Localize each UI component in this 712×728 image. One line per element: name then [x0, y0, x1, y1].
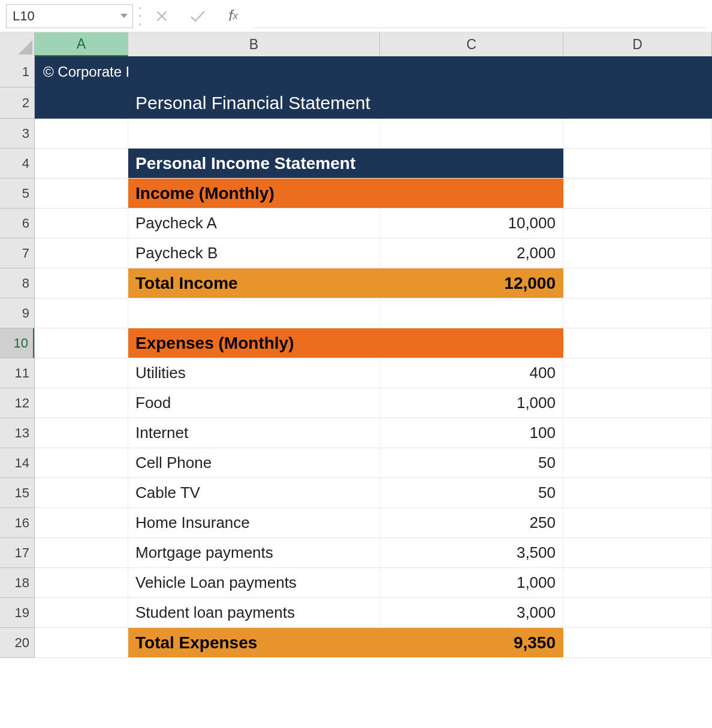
cell-D6[interactable] — [563, 209, 712, 238]
cell-C10[interactable] — [380, 328, 563, 358]
row-header-4[interactable]: 4 — [0, 149, 34, 179]
cell-D17[interactable] — [563, 538, 712, 567]
cell-A10[interactable] — [35, 328, 128, 358]
cell-B11[interactable]: Utilities — [128, 358, 380, 388]
cell-A6[interactable] — [35, 209, 128, 238]
cell-D18[interactable] — [563, 568, 712, 597]
row-header-10[interactable]: 10 — [0, 328, 34, 358]
cell-C19[interactable]: 3,000 — [380, 598, 563, 627]
cell-B8[interactable]: Total Income — [128, 268, 380, 298]
cell-C1[interactable] — [380, 56, 563, 87]
cancel-button[interactable] — [146, 4, 177, 28]
select-all-corner[interactable] — [0, 32, 35, 56]
col-header-A[interactable]: A — [35, 32, 128, 56]
cell-D3[interactable] — [563, 119, 712, 148]
cell-D15[interactable] — [563, 478, 712, 508]
cell-D12[interactable] — [563, 388, 712, 418]
row-header-8[interactable]: 8 — [0, 268, 34, 298]
cell-D9[interactable] — [563, 298, 712, 328]
cell-B13[interactable]: Internet — [128, 418, 380, 448]
row-header-6[interactable]: 6 — [0, 209, 34, 238]
row-header-18[interactable]: 18 — [0, 568, 34, 598]
cell-A20[interactable] — [35, 628, 128, 657]
cell-A11[interactable] — [35, 358, 128, 388]
cell-C8[interactable]: 12,000 — [380, 268, 563, 298]
row-header-3[interactable]: 3 — [0, 119, 34, 149]
cell-A1[interactable]: © Corporate Finance Institute®. All righ… — [35, 56, 128, 87]
name-box[interactable]: L10 — [6, 4, 133, 28]
cell-B14[interactable]: Cell Phone — [128, 448, 380, 478]
cell-C3[interactable] — [380, 119, 563, 148]
cell-D7[interactable] — [563, 238, 712, 268]
cell-A9[interactable] — [35, 298, 128, 328]
cell-B19[interactable]: Student loan payments — [128, 598, 380, 627]
cell-C12[interactable]: 1,000 — [380, 388, 563, 418]
col-header-D[interactable]: D — [563, 32, 712, 56]
enter-button[interactable] — [182, 4, 213, 28]
cell-C13[interactable]: 100 — [380, 418, 563, 448]
cell-D10[interactable] — [563, 328, 712, 358]
row-header-16[interactable]: 16 — [0, 508, 34, 538]
cell-A18[interactable] — [35, 568, 128, 597]
cell-B6[interactable]: Paycheck A — [128, 209, 380, 238]
row-header-20[interactable]: 20 — [0, 628, 34, 658]
row-header-1[interactable]: 1 — [0, 56, 34, 87]
cell-B1[interactable] — [128, 56, 380, 87]
cell-B18[interactable]: Vehicle Loan payments — [128, 568, 380, 597]
cell-A3[interactable] — [35, 119, 128, 148]
cell-B20[interactable]: Total Expenses — [128, 628, 380, 657]
cell-B16[interactable]: Home Insurance — [128, 508, 380, 537]
col-header-C[interactable]: C — [380, 32, 563, 56]
cell-A4[interactable] — [35, 149, 128, 178]
formula-input[interactable] — [253, 4, 706, 28]
cell-C4[interactable] — [380, 149, 563, 178]
cell-B17[interactable]: Mortgage payments — [128, 538, 380, 567]
cell-C7[interactable]: 2,000 — [380, 238, 563, 268]
cell-C15[interactable]: 50 — [380, 478, 563, 508]
row-header-5[interactable]: 5 — [0, 179, 34, 209]
cell-D4[interactable] — [563, 149, 712, 178]
cell-B15[interactable]: Cable TV — [128, 478, 380, 508]
cell-A8[interactable] — [35, 268, 128, 298]
cell-C17[interactable]: 3,500 — [380, 538, 563, 567]
cell-A16[interactable] — [35, 508, 128, 537]
row-header-15[interactable]: 15 — [0, 478, 34, 508]
cell-A15[interactable] — [35, 478, 128, 508]
cell-B5[interactable]: Income (Monthly) — [128, 179, 380, 208]
cell-A12[interactable] — [35, 388, 128, 418]
cell-B7[interactable]: Paycheck B — [128, 238, 380, 268]
cell-B3[interactable] — [128, 119, 380, 148]
cell-C6[interactable]: 10,000 — [380, 209, 563, 238]
cell-D2[interactable] — [563, 87, 712, 118]
cell-A7[interactable] — [35, 238, 128, 268]
cell-D14[interactable] — [563, 448, 712, 478]
cell-B12[interactable]: Food — [128, 388, 380, 418]
cell-D5[interactable] — [563, 179, 712, 208]
row-header-2[interactable]: 2 — [0, 87, 34, 119]
row-header-9[interactable]: 9 — [0, 298, 34, 328]
cell-A19[interactable] — [35, 598, 128, 627]
cell-D11[interactable] — [563, 358, 712, 388]
cell-C2[interactable] — [380, 87, 563, 118]
cell-C18[interactable]: 1,000 — [380, 568, 563, 597]
cell-A5[interactable] — [35, 179, 128, 208]
cell-B9[interactable] — [128, 298, 380, 328]
cell-D8[interactable] — [563, 268, 712, 298]
cell-C16[interactable]: 250 — [380, 508, 563, 537]
cell-C9[interactable] — [380, 298, 563, 328]
cell-A14[interactable] — [35, 448, 128, 478]
row-header-12[interactable]: 12 — [0, 388, 34, 418]
row-header-11[interactable]: 11 — [0, 358, 34, 388]
cell-C11[interactable]: 400 — [380, 358, 563, 388]
row-header-17[interactable]: 17 — [0, 538, 34, 568]
fx-button[interactable]: fx — [218, 7, 248, 25]
cell-D20[interactable] — [563, 628, 712, 657]
cell-C14[interactable]: 50 — [380, 448, 563, 478]
col-header-B[interactable]: B — [128, 32, 380, 56]
cell-C20[interactable]: 9,350 — [380, 628, 563, 657]
cell-D19[interactable] — [563, 598, 712, 627]
row-header-19[interactable]: 19 — [0, 598, 34, 628]
cell-B10[interactable]: Expenses (Monthly) — [128, 328, 380, 358]
cell-D13[interactable] — [563, 418, 712, 448]
row-header-13[interactable]: 13 — [0, 418, 34, 448]
